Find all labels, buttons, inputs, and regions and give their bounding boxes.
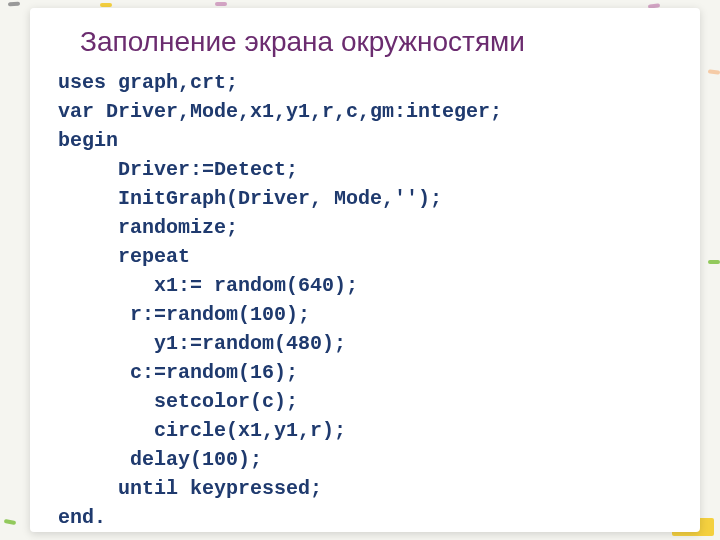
code-block: uses graph,crt; var Driver,Mode,x1,y1,r,… <box>58 68 672 532</box>
bg-accent <box>708 69 720 75</box>
bg-accent <box>708 260 720 264</box>
bg-accent <box>215 2 227 6</box>
bg-accent <box>4 519 17 525</box>
bg-accent <box>100 3 112 7</box>
slide-card: Заполнение экрана окружностями uses grap… <box>30 8 700 532</box>
bg-accent <box>8 1 20 6</box>
slide-title: Заполнение экрана окружностями <box>80 26 672 58</box>
